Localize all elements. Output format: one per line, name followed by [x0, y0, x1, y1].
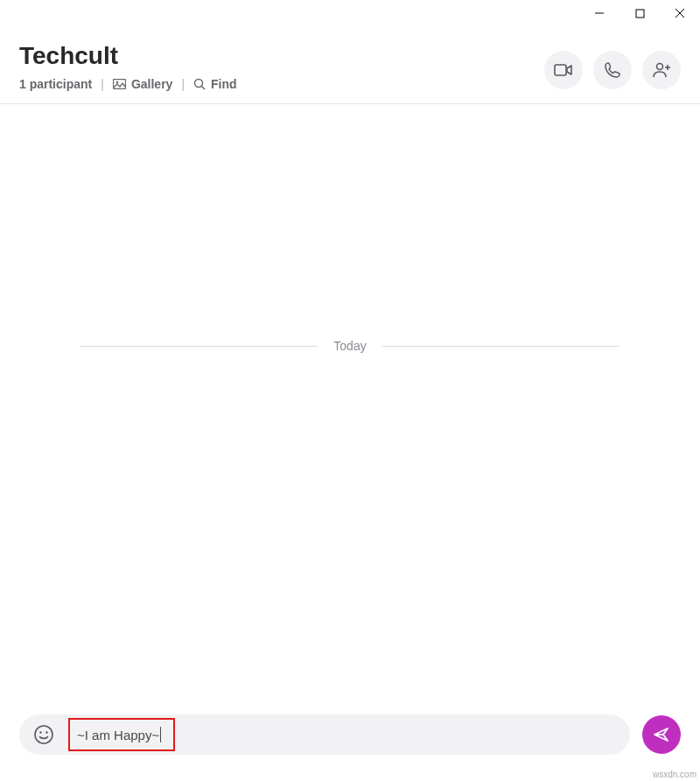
gallery-icon	[113, 79, 126, 89]
header-left: Techcult 1 participant | Gallery | Find	[19, 42, 237, 91]
input-highlight-box: ~I am Happy~	[68, 718, 175, 751]
header-actions	[544, 42, 681, 89]
date-divider: Today	[0, 339, 700, 353]
audio-call-button[interactable]	[593, 51, 632, 89]
svg-point-5	[116, 81, 119, 84]
divider-line	[382, 346, 620, 347]
separator: |	[181, 77, 185, 91]
gallery-label: Gallery	[131, 77, 172, 91]
text-caret	[160, 727, 161, 742]
svg-point-14	[46, 731, 47, 733]
svg-line-7	[202, 87, 206, 90]
find-button[interactable]: Find	[193, 77, 237, 91]
compose-bar: ~I am Happy~	[0, 714, 700, 755]
separator: |	[101, 77, 104, 91]
participants-label[interactable]: 1 participant	[19, 77, 92, 91]
send-button[interactable]	[642, 715, 681, 754]
svg-point-9	[657, 64, 663, 70]
send-icon	[653, 726, 670, 743]
svg-rect-8	[555, 65, 566, 75]
window-controls	[579, 0, 700, 26]
add-user-icon	[652, 61, 671, 79]
video-icon	[554, 63, 573, 77]
gallery-button[interactable]: Gallery	[113, 77, 172, 91]
smile-icon	[33, 724, 54, 745]
phone-icon	[604, 61, 621, 79]
chat-subheader: 1 participant | Gallery | Find	[19, 77, 237, 91]
svg-rect-1	[636, 10, 644, 18]
watermark: wsxdn.com	[653, 770, 696, 779]
maximize-button[interactable]	[620, 0, 660, 26]
search-icon	[193, 78, 206, 90]
chat-title[interactable]: Techcult	[19, 42, 237, 70]
add-user-button[interactable]	[642, 51, 681, 89]
divider-line	[80, 346, 318, 347]
video-call-button[interactable]	[544, 51, 583, 89]
minimize-button[interactable]	[579, 0, 620, 26]
emoji-button[interactable]	[32, 722, 56, 747]
svg-point-6	[195, 80, 203, 88]
close-button[interactable]	[660, 0, 700, 26]
message-input-container[interactable]: ~I am Happy~	[19, 714, 630, 755]
date-label: Today	[333, 339, 366, 353]
message-input[interactable]: ~I am Happy~	[77, 728, 159, 742]
svg-point-12	[35, 726, 52, 743]
find-label: Find	[211, 77, 237, 91]
svg-point-13	[39, 731, 41, 733]
